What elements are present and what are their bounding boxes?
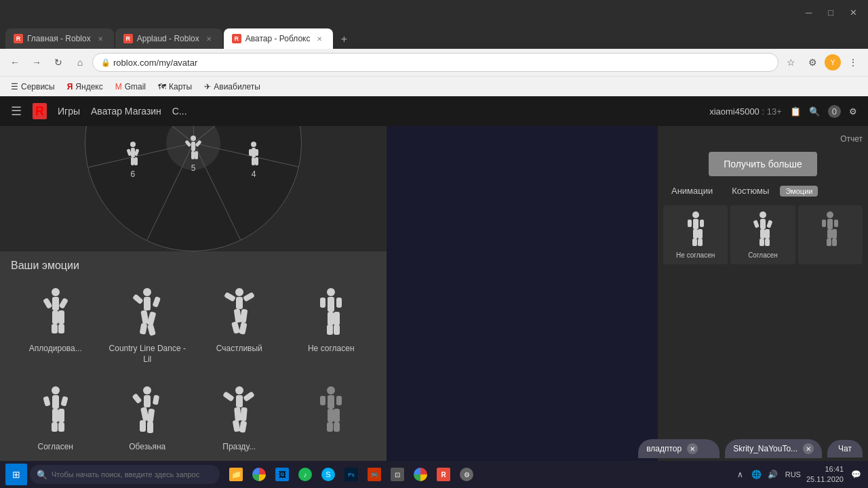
emote-country-dance[interactable]: Country Line Dance - Lil xyxy=(103,277,193,370)
svg-rect-41 xyxy=(147,311,157,326)
profile-btn[interactable]: Y xyxy=(825,54,841,70)
tab-close-applaud[interactable]: ✕ xyxy=(203,33,214,44)
nav-games[interactable]: Игры xyxy=(58,106,80,117)
svg-rect-86 xyxy=(320,396,326,405)
bookmark-star[interactable]: ☆ xyxy=(781,53,800,72)
bookmark-gmail[interactable]: M Gmail xyxy=(110,81,151,93)
url-text: roblox.com/my/avatar xyxy=(113,58,197,68)
emote-disagree[interactable]: Не согласен xyxy=(287,277,376,370)
sys-network[interactable]: 🌐 xyxy=(750,468,764,481)
chat-close-vladptor[interactable]: ✕ xyxy=(687,443,698,454)
svg-rect-94 xyxy=(688,220,692,227)
svg-point-68 xyxy=(143,386,151,394)
roblox-nav-items: Игры Аватар Магазин С... xyxy=(58,106,187,117)
forward-button[interactable]: → xyxy=(27,53,46,72)
address-bar[interactable]: 🔒 roblox.com/my/avatar xyxy=(92,53,778,72)
taskbar-photos[interactable]: 🖼 xyxy=(271,464,293,485)
svg-rect-38 xyxy=(132,293,144,304)
wheel-label-4: 4 xyxy=(252,169,256,179)
emote-name-applaud: Аплодирова... xyxy=(29,344,82,354)
tab-close-home[interactable]: ✕ xyxy=(95,33,106,44)
tab-applaud[interactable]: R Applaud - Roblox ✕ xyxy=(115,28,222,49)
bookmark-services-label: Сервисы xyxy=(21,82,55,92)
back-button[interactable]: ← xyxy=(5,53,24,72)
minimize-btn[interactable]: ─ xyxy=(800,7,817,18)
svg-point-22 xyxy=(251,142,256,147)
svg-rect-93 xyxy=(693,219,698,229)
close-btn[interactable]: ✕ xyxy=(844,7,863,18)
svg-point-44 xyxy=(235,288,243,296)
reload-button[interactable]: ↻ xyxy=(49,53,68,72)
tab-close-avatar[interactable]: ✕ xyxy=(314,33,325,44)
maximize-btn[interactable]: □ xyxy=(823,7,839,18)
bookmark-yandex-icon: Я xyxy=(67,82,73,92)
tab-avatar[interactable]: R Аватар - Роблокс ✕ xyxy=(224,28,334,49)
emote-tab-badge[interactable]: Эмоции xyxy=(780,186,818,197)
get-more-button[interactable]: Получить больше xyxy=(709,152,817,176)
roblox-logo: R xyxy=(33,104,47,119)
emote-applaud[interactable]: Аплодирова... xyxy=(11,277,100,370)
start-button[interactable]: ⊞ xyxy=(5,464,27,485)
wheel-item-4[interactable]: 4 xyxy=(244,141,263,179)
taskbar-browser2[interactable] xyxy=(410,464,431,485)
bookmark-maps[interactable]: 🗺 Карты xyxy=(153,81,197,93)
emote-figure-applaud xyxy=(37,285,75,340)
chat-bubble-vladptor[interactable]: владптор ✕ xyxy=(638,439,719,458)
taskbar-skype[interactable]: S xyxy=(317,464,339,485)
tab-animations[interactable]: Анимации xyxy=(663,182,721,200)
bookmark-flights[interactable]: ✈ Авиабилеты xyxy=(199,81,266,93)
nav-avatar-shop[interactable]: Аватар Магазин xyxy=(91,106,161,117)
taskbar-search[interactable]: 🔍 Чтобы начать поиск, введите здесь запр… xyxy=(30,465,220,484)
svg-rect-25 xyxy=(255,149,258,156)
extensions-btn[interactable]: ⚙ xyxy=(803,53,822,72)
svg-rect-107 xyxy=(765,239,770,246)
nav-more[interactable]: С... xyxy=(172,106,187,117)
menu-btn[interactable]: ⋮ xyxy=(844,53,863,72)
inventory-icon[interactable]: 📋 xyxy=(790,106,801,117)
taskbar-ps[interactable]: Ps xyxy=(340,464,362,485)
svg-rect-46 xyxy=(224,291,236,302)
svg-point-108 xyxy=(827,211,833,218)
bookmark-services[interactable]: ☰ Сервисы xyxy=(5,81,60,93)
emote-wheel: 6 5 xyxy=(85,126,302,251)
tab-home[interactable]: R Главная - Roblox ✕ xyxy=(5,28,114,49)
tab-costumes[interactable]: Костюмы xyxy=(724,182,777,200)
search-icon[interactable]: 🔍 xyxy=(809,106,820,117)
bookmark-yandex[interactable]: Я Яндекс xyxy=(62,81,108,93)
chat-close-skrity[interactable]: ✕ xyxy=(803,443,814,454)
roblox-menu-icon[interactable]: ☰ xyxy=(11,104,22,119)
emotion-item-disagree[interactable]: Не согласен xyxy=(663,205,728,264)
new-tab-button[interactable]: + xyxy=(334,30,353,49)
emotion-item-agree[interactable]: Согласен xyxy=(730,205,795,264)
svg-rect-82 xyxy=(232,420,240,432)
chat-bubble-skrity[interactable]: Skrity_NaYouTo... ✕ xyxy=(725,439,822,458)
sys-expand[interactable]: ∧ xyxy=(734,468,747,481)
svg-rect-50 xyxy=(231,321,240,333)
wheel-item-5[interactable]: 5 xyxy=(184,135,203,173)
taskbar-file-explorer[interactable]: 📁 xyxy=(225,464,247,485)
home-button[interactable]: ⌂ xyxy=(71,53,90,72)
svg-rect-30 xyxy=(43,297,52,308)
svg-rect-33 xyxy=(58,310,64,324)
taskbar-game[interactable]: 🎮 xyxy=(363,464,385,485)
emotion-item-3[interactable] xyxy=(798,205,863,264)
bookmark-flights-icon: ✈ xyxy=(204,82,211,92)
taskbar-extra1[interactable]: ⊡ xyxy=(387,464,408,485)
svg-point-52 xyxy=(327,288,335,296)
taskbar-chrome[interactable] xyxy=(248,464,270,485)
taskbar-spotify[interactable]: ♪ xyxy=(294,464,316,485)
emote-happy[interactable]: Счастливый xyxy=(195,277,284,370)
notification-count[interactable]: 0 xyxy=(828,105,841,118)
settings-icon[interactable]: ⚙ xyxy=(849,106,857,117)
taskbar-extra2[interactable]: ⚙ xyxy=(456,464,477,485)
empty-figure xyxy=(313,386,349,436)
notifications-icon[interactable]: 💬 xyxy=(849,468,863,481)
chat-label-button[interactable]: Чат xyxy=(827,440,863,458)
svg-rect-21 xyxy=(195,151,198,159)
taskbar-roblox[interactable]: R xyxy=(433,464,454,485)
sys-volume[interactable]: 🔊 xyxy=(766,468,780,481)
emote-figure-happy xyxy=(220,285,258,340)
agree-figure xyxy=(38,386,73,436)
wheel-item-6[interactable]: 6 xyxy=(123,141,142,179)
svg-rect-111 xyxy=(834,220,838,227)
